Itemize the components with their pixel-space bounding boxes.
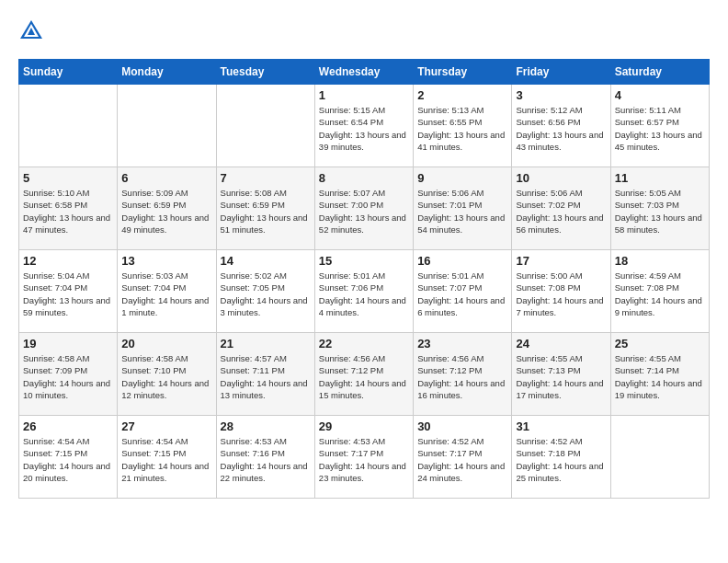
calendar-cell [216,85,314,167]
calendar-cell: 13Sunrise: 5:03 AM Sunset: 7:04 PM Dayli… [118,250,216,333]
calendar-cell [118,85,216,167]
day-number: 30 [417,419,507,433]
calendar-cell: 15Sunrise: 5:01 AM Sunset: 7:06 PM Dayli… [314,250,413,333]
day-info: Sunrise: 4:53 AM Sunset: 7:17 PM Dayligh… [319,435,409,484]
day-info: Sunrise: 5:02 AM Sunset: 7:05 PM Dayligh… [221,270,311,318]
calendar-cell: 22Sunrise: 4:56 AM Sunset: 7:12 PM Dayli… [314,333,413,416]
day-info: Sunrise: 4:53 AM Sunset: 7:16 PM Dayligh… [221,435,311,484]
day-info: Sunrise: 4:58 AM Sunset: 7:09 PM Dayligh… [23,352,113,401]
day-info: Sunrise: 5:03 AM Sunset: 7:04 PM Dayligh… [121,270,211,318]
day-number: 18 [615,254,705,268]
calendar-cell: 10Sunrise: 5:06 AM Sunset: 7:02 PM Dayli… [512,167,610,250]
calendar-cell: 20Sunrise: 4:58 AM Sunset: 7:10 PM Dayli… [118,333,216,416]
day-number: 26 [23,419,113,433]
day-number: 13 [121,254,211,268]
logo [18,18,48,44]
day-number: 6 [121,171,211,185]
day-number: 8 [319,171,409,185]
day-number: 24 [516,337,606,350]
header-wednesday: Wednesday [314,60,413,85]
day-number: 2 [417,88,507,102]
calendar-cell [610,416,709,499]
calendar-cell: 21Sunrise: 4:57 AM Sunset: 7:11 PM Dayli… [216,333,314,416]
day-number: 27 [121,419,211,433]
day-number: 14 [221,254,311,268]
calendar-cell: 2Sunrise: 5:13 AM Sunset: 6:55 PM Daylig… [414,85,512,167]
calendar-cell: 4Sunrise: 5:11 AM Sunset: 6:57 PM Daylig… [610,85,709,167]
day-number: 7 [221,171,311,185]
day-info: Sunrise: 5:06 AM Sunset: 7:01 PM Dayligh… [417,187,507,236]
day-info: Sunrise: 4:56 AM Sunset: 7:12 PM Dayligh… [319,352,409,401]
day-number: 15 [319,254,409,268]
day-number: 22 [319,337,409,350]
day-info: Sunrise: 5:09 AM Sunset: 6:59 PM Dayligh… [121,187,211,236]
calendar-cell: 16Sunrise: 5:01 AM Sunset: 7:07 PM Dayli… [414,250,512,333]
day-info: Sunrise: 4:52 AM Sunset: 7:17 PM Dayligh… [417,435,507,484]
calendar-cell: 29Sunrise: 4:53 AM Sunset: 7:17 PM Dayli… [314,416,413,499]
day-info: Sunrise: 5:04 AM Sunset: 7:04 PM Dayligh… [23,270,113,318]
day-number: 28 [221,419,311,433]
calendar-cell: 14Sunrise: 5:02 AM Sunset: 7:05 PM Dayli… [216,250,314,333]
day-info: Sunrise: 5:12 AM Sunset: 6:56 PM Dayligh… [516,104,606,153]
calendar-week-1: 5Sunrise: 5:10 AM Sunset: 6:58 PM Daylig… [19,167,710,250]
day-info: Sunrise: 5:06 AM Sunset: 7:02 PM Dayligh… [516,187,606,236]
calendar-table: SundayMondayTuesdayWednesdayThursdayFrid… [18,59,710,499]
calendar-cell: 17Sunrise: 5:00 AM Sunset: 7:08 PM Dayli… [512,250,610,333]
calendar-cell: 1Sunrise: 5:15 AM Sunset: 6:54 PM Daylig… [314,85,413,167]
calendar-cell: 8Sunrise: 5:07 AM Sunset: 7:00 PM Daylig… [314,167,413,250]
day-info: Sunrise: 5:15 AM Sunset: 6:54 PM Dayligh… [319,104,409,153]
calendar-cell [19,85,118,167]
header-tuesday: Tuesday [216,60,314,85]
calendar-week-3: 19Sunrise: 4:58 AM Sunset: 7:09 PM Dayli… [19,333,710,416]
day-info: Sunrise: 5:07 AM Sunset: 7:00 PM Dayligh… [319,187,409,236]
day-info: Sunrise: 5:08 AM Sunset: 6:59 PM Dayligh… [221,187,311,236]
calendar-cell: 24Sunrise: 4:55 AM Sunset: 7:13 PM Dayli… [512,333,610,416]
day-number: 5 [23,171,113,185]
day-info: Sunrise: 4:52 AM Sunset: 7:18 PM Dayligh… [516,435,606,484]
day-info: Sunrise: 5:05 AM Sunset: 7:03 PM Dayligh… [615,187,705,236]
calendar-cell: 23Sunrise: 4:56 AM Sunset: 7:12 PM Dayli… [414,333,512,416]
calendar-cell: 25Sunrise: 4:55 AM Sunset: 7:14 PM Dayli… [610,333,709,416]
day-info: Sunrise: 4:55 AM Sunset: 7:14 PM Dayligh… [615,352,705,401]
header-thursday: Thursday [414,60,512,85]
calendar-cell: 6Sunrise: 5:09 AM Sunset: 6:59 PM Daylig… [118,167,216,250]
day-number: 21 [221,337,311,350]
day-info: Sunrise: 5:00 AM Sunset: 7:08 PM Dayligh… [516,270,606,318]
calendar-header-row: SundayMondayTuesdayWednesdayThursdayFrid… [19,60,710,85]
calendar-cell: 7Sunrise: 5:08 AM Sunset: 6:59 PM Daylig… [216,167,314,250]
header-sunday: Sunday [19,60,118,85]
day-number: 12 [23,254,113,268]
calendar-week-2: 12Sunrise: 5:04 AM Sunset: 7:04 PM Dayli… [19,250,710,333]
day-info: Sunrise: 4:56 AM Sunset: 7:12 PM Dayligh… [417,352,507,401]
day-number: 10 [516,171,606,185]
calendar-cell: 12Sunrise: 5:04 AM Sunset: 7:04 PM Dayli… [19,250,118,333]
day-info: Sunrise: 5:01 AM Sunset: 7:07 PM Dayligh… [417,270,507,318]
day-info: Sunrise: 4:58 AM Sunset: 7:10 PM Dayligh… [121,352,211,401]
calendar-cell: 3Sunrise: 5:12 AM Sunset: 6:56 PM Daylig… [512,85,610,167]
day-number: 29 [319,419,409,433]
logo-icon [18,18,44,44]
calendar-cell: 27Sunrise: 4:54 AM Sunset: 7:15 PM Dayli… [118,416,216,499]
calendar-week-4: 26Sunrise: 4:54 AM Sunset: 7:15 PM Dayli… [19,416,710,499]
day-number: 23 [417,337,507,350]
day-info: Sunrise: 4:54 AM Sunset: 7:15 PM Dayligh… [121,435,211,484]
header-friday: Friday [512,60,610,85]
calendar-cell: 19Sunrise: 4:58 AM Sunset: 7:09 PM Dayli… [19,333,118,416]
day-info: Sunrise: 4:55 AM Sunset: 7:13 PM Dayligh… [516,352,606,401]
page-header [18,18,710,44]
calendar-cell: 30Sunrise: 4:52 AM Sunset: 7:17 PM Dayli… [414,416,512,499]
day-number: 11 [615,171,705,185]
calendar-cell: 31Sunrise: 4:52 AM Sunset: 7:18 PM Dayli… [512,416,610,499]
day-info: Sunrise: 5:11 AM Sunset: 6:57 PM Dayligh… [615,104,705,153]
day-number: 3 [516,88,606,102]
day-info: Sunrise: 4:54 AM Sunset: 7:15 PM Dayligh… [23,435,113,484]
calendar-cell: 18Sunrise: 4:59 AM Sunset: 7:08 PM Dayli… [610,250,709,333]
calendar-cell: 26Sunrise: 4:54 AM Sunset: 7:15 PM Dayli… [19,416,118,499]
day-number: 19 [23,337,113,350]
day-info: Sunrise: 4:59 AM Sunset: 7:08 PM Dayligh… [615,270,705,318]
day-number: 17 [516,254,606,268]
header-saturday: Saturday [610,60,709,85]
calendar-cell: 28Sunrise: 4:53 AM Sunset: 7:16 PM Dayli… [216,416,314,499]
day-number: 16 [417,254,507,268]
header-monday: Monday [118,60,216,85]
